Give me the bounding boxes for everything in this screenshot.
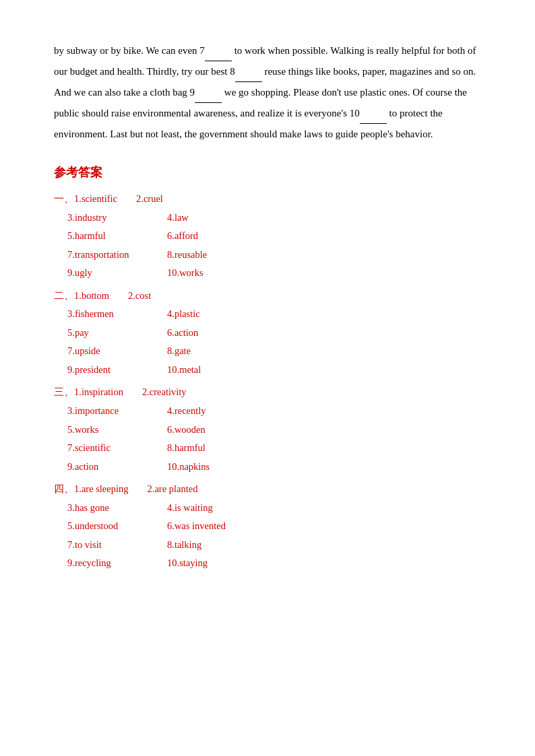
er-row1-item2: 2.cost bbox=[128, 287, 151, 306]
yi-row4-item1: 7.transportation bbox=[67, 246, 148, 265]
yi-row5-item2: 10.works bbox=[167, 264, 248, 283]
si-row3-item1: 5.understood bbox=[67, 517, 148, 536]
reference-section: 参考答案 一、 1.scientific 2.cruel 3.industry … bbox=[54, 164, 481, 573]
san-row3-item2: 6.wooden bbox=[167, 421, 248, 440]
si-row2-item2: 4.is waiting bbox=[167, 499, 248, 518]
san-row1-item2: 2.creativity bbox=[142, 383, 187, 402]
er-row3-item2: 6.action bbox=[167, 324, 248, 343]
yi-row2-item2: 4.law bbox=[167, 209, 248, 228]
yi-row2-item1: 3.industry bbox=[67, 209, 148, 228]
section-er: 二、 1.bottom 2.cost 3.fishermen 4.plastic… bbox=[54, 287, 481, 380]
si-row1-item1: 1.are sleeping bbox=[74, 480, 129, 499]
si-row5-item2: 10.staying bbox=[167, 554, 248, 573]
intro-paragraph: by subway or by bike. We can even 7 to w… bbox=[54, 40, 481, 144]
si-row3-item2: 6.was invented bbox=[167, 517, 248, 536]
si-row4-item2: 8.talking bbox=[167, 536, 248, 555]
er-row5-item1: 9.president bbox=[67, 361, 148, 380]
er-row2-item1: 3.fishermen bbox=[67, 305, 148, 324]
section-si-label: 四、 bbox=[54, 480, 74, 499]
er-row1-item1: 1.bottom bbox=[74, 287, 109, 306]
si-row5-item1: 9.recycling bbox=[67, 554, 148, 573]
san-row5-item1: 9.action bbox=[67, 458, 148, 477]
yi-row4-item2: 8.reusable bbox=[167, 246, 248, 265]
section-yi-label: 一、 bbox=[54, 190, 74, 209]
er-row4-item2: 8.gate bbox=[167, 342, 248, 361]
er-row3-item1: 5.pay bbox=[67, 324, 148, 343]
answers-block: 一、 1.scientific 2.cruel 3.industry 4.law… bbox=[54, 190, 481, 573]
yi-row3-item1: 5.harmful bbox=[67, 227, 148, 246]
san-row2-item2: 4.recently bbox=[167, 402, 248, 421]
yi-row5-item1: 9.ugly bbox=[67, 264, 148, 283]
reference-title: 参考答案 bbox=[54, 164, 481, 180]
yi-row1-item1: 1.scientific bbox=[74, 190, 117, 209]
section-san-label: 三、 bbox=[54, 383, 74, 402]
section-san: 三、 1.inspiration 2.creativity 3.importan… bbox=[54, 383, 481, 476]
section-si: 四、 1.are sleeping 2.are planted 3.has go… bbox=[54, 480, 481, 573]
si-row1-item2: 2.are planted bbox=[148, 480, 198, 499]
san-row4-item2: 8.harmful bbox=[167, 439, 248, 458]
san-row1-item1: 1.inspiration bbox=[74, 383, 123, 402]
er-row2-item2: 4.plastic bbox=[167, 305, 248, 324]
si-row4-item1: 7.to visit bbox=[67, 536, 148, 555]
yi-row1-item2: 2.cruel bbox=[136, 190, 163, 209]
yi-row3-item2: 6.afford bbox=[167, 227, 248, 246]
er-row4-item1: 7.upside bbox=[67, 342, 148, 361]
er-row5-item2: 10.metal bbox=[167, 361, 248, 380]
san-row4-item1: 7.scientific bbox=[67, 439, 148, 458]
san-row3-item1: 5.works bbox=[67, 421, 148, 440]
section-yi: 一、 1.scientific 2.cruel 3.industry 4.law… bbox=[54, 190, 481, 283]
section-er-label: 二、 bbox=[54, 287, 74, 306]
si-row2-item1: 3.has gone bbox=[67, 499, 148, 518]
san-row5-item2: 10.napkins bbox=[167, 458, 248, 477]
san-row2-item1: 3.importance bbox=[67, 402, 148, 421]
